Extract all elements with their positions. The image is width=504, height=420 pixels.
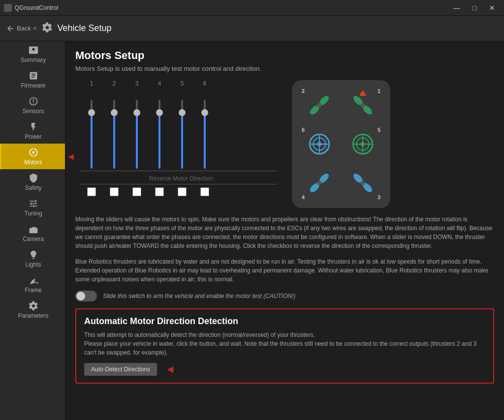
titlebar: QGroundControl — □ ✕ [0,0,504,16]
sidebar-item-frame[interactable]: Frame [0,271,65,297]
slider-label-6: 6 [193,80,216,87]
reverse-line [80,171,277,171]
checkbox-5[interactable] [178,187,187,196]
sidebar-item-lights[interactable]: Lights [0,246,65,271]
motor-checkbox-2[interactable] [103,187,126,196]
checkbox-1[interactable] [87,187,96,196]
auto-detect-section: Automatic Motor Direction Detection This… [75,308,494,384]
sidebar-item-camera[interactable]: Camera [0,220,65,246]
auto-detect-title: Automatic Motor Direction Detection [84,316,485,327]
sidebar-item-parameters[interactable]: Parameters [0,297,65,323]
motor-num-4: 4 [302,194,305,200]
motor-node-4: 4 [300,165,339,200]
sidebar-label-firmware: Firmware [21,82,46,89]
app-header: Back < Vehicle Setup [0,16,504,41]
maximize-button[interactable]: □ [467,3,482,13]
auto-detect-button[interactable]: Auto-Detect Directions [84,363,157,376]
back-label: Back [17,25,31,32]
sidebar-label-frame: Frame [25,287,42,294]
sidebar-item-tuning[interactable]: Tuning [0,195,65,220]
sliders-container: 1 2 3 4 5 6 [75,80,494,208]
sliders-panel: 1 2 3 4 5 6 [75,80,282,196]
sidebar-label-summary: Summary [21,57,46,63]
slider-5[interactable] [171,90,193,169]
slider-6[interactable] [193,90,216,169]
gear-icon [42,22,53,35]
sidebar-item-summary[interactable]: Summary [0,41,65,67]
motor-num-2: 2 [302,88,305,94]
sidebar-item-safety[interactable]: Safety [0,169,65,195]
sidebar-item-firmware[interactable]: Firmware [0,67,65,92]
auto-detect-red-arrow: ◄ [165,363,176,376]
back-button[interactable]: Back < [6,24,37,33]
auto-detect-btn-row: Auto-Detect Directions ◄ [84,363,485,376]
motor-num-3: 3 [378,194,380,200]
page-title: Vehicle Setup [58,23,112,33]
minimize-button[interactable]: — [449,3,465,13]
checkboxes-row [80,187,282,196]
sidebar-item-sensors[interactable]: Sensors [0,92,65,118]
checkbox-2[interactable] [110,187,119,196]
slider-label-5: 5 [171,80,193,87]
motors-setup-title: Motors Setup [75,49,494,62]
sidebar-label-safety: Safety [25,184,41,191]
motor-node-1: 1 [343,88,382,123]
motor-node-5: 5 [343,127,382,162]
toggle-knob [76,292,85,300]
header-separator: < [33,25,37,32]
sidebar-item-power[interactable]: Power [0,118,65,144]
sidebar-label-parameters: Parameters [18,312,48,319]
checkbox-4[interactable] [155,187,164,196]
reverse-direction-label: Reverse Motor Direction [80,175,282,182]
slider-label-4: 4 [148,80,171,87]
svg-marker-3 [359,90,366,96]
info-text-1: Moving the sliders will cause the motors… [75,215,494,250]
app-title: QGroundControl [15,4,58,11]
close-button[interactable]: ✕ [484,3,500,13]
slider-2[interactable] [103,90,126,169]
motor-checkbox-5[interactable] [171,187,193,196]
slider-label-2: 2 [103,80,126,87]
reverse-line-2 [80,184,277,184]
app-icon [4,4,12,12]
sidebar: Summary Firmware Sensors Power Motors ◄ … [0,41,65,420]
sidebar-item-motors[interactable]: Motors ◄ [0,144,65,169]
arm-toggle[interactable] [75,291,97,301]
slider-1[interactable] [80,90,103,169]
motor-num-1: 1 [378,88,380,94]
checkbox-6[interactable] [200,187,209,196]
motor-checkbox-4[interactable] [148,187,171,196]
info-text-2: Blue Robotics thrusters are lubricated b… [75,257,494,284]
auto-detect-text: This will attempt to automatically detec… [84,330,485,357]
slider-labels: 1 2 3 4 5 6 [80,80,282,87]
sidebar-label-sensors: Sensors [22,108,44,115]
motor-checkbox-3[interactable] [126,187,148,196]
titlebar-controls: — □ ✕ [449,3,500,13]
slider-3[interactable] [126,90,148,169]
motor-num-6: 6 [302,127,305,133]
motor-node-6: 6 [300,127,339,162]
checkbox-3[interactable] [132,187,141,196]
titlebar-left: QGroundControl [4,4,58,12]
motor-node-3: 3 [343,165,382,200]
motor-diagram: 2 1 [292,80,390,208]
slider-label-1: 1 [80,80,103,87]
motor-node-2: 2 [300,88,339,123]
motors-setup-subtitle: Motors Setup is used to manually test mo… [75,65,494,72]
main-content: Motors Setup Motors Setup is used to man… [65,41,504,420]
arm-row: Slide this switch to arm the vehicle and… [75,291,494,301]
sidebar-label-camera: Camera [23,236,44,242]
sidebar-label-lights: Lights [25,261,41,268]
svg-point-16 [361,142,365,146]
slider-4[interactable] [148,90,171,169]
svg-point-11 [317,142,322,146]
arm-label: Slide this switch to arm the vehicle and… [103,293,296,300]
slider-label-3: 3 [126,80,148,87]
app-body: Summary Firmware Sensors Power Motors ◄ … [0,41,504,420]
sidebar-label-motors: Motors [24,159,42,166]
sidebar-label-tuning: Tuning [24,210,42,217]
motor-checkbox-1[interactable] [80,187,103,196]
motor-num-5: 5 [378,127,380,133]
motor-checkbox-6[interactable] [193,187,216,196]
sidebar-label-power: Power [25,133,41,140]
